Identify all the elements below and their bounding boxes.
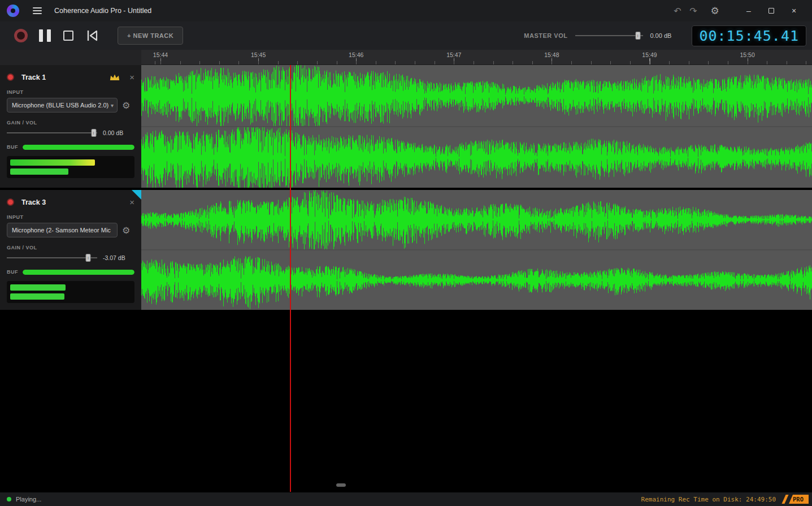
- track3-panel: Track 3 × INPUT Microphone (2- Samson Me…: [0, 190, 141, 310]
- minimize-button[interactable]: –: [737, 2, 760, 19]
- window-title: Coherence Audio Pro - Untitled: [54, 7, 151, 15]
- pause-icon: [39, 29, 51, 42]
- track1-gain-value: 0.00 dB: [103, 129, 123, 136]
- master-vol-label: MASTER VOL: [524, 32, 567, 39]
- statusbar: Playing... Remaining Rec Time on Disk: 2…: [0, 492, 812, 506]
- track1-waveform-area[interactable]: [141, 65, 812, 188]
- crown-icon: [109, 73, 120, 81]
- timeline-tick-label: 15:48: [544, 51, 559, 58]
- pause-button[interactable]: [33, 24, 57, 47]
- track1-level-meter: [7, 156, 134, 178]
- buf-label: BUF: [7, 144, 18, 150]
- track1-buffer-bar: [23, 145, 134, 150]
- app-logo-icon: [7, 5, 19, 17]
- remaining-rec-time: Remaining Rec Time on Disk: 24:49:50: [641, 496, 776, 503]
- pro-badge: PRO: [789, 495, 809, 504]
- timeline-tick-label: 15:44: [153, 51, 168, 58]
- track3-settings-gear-icon[interactable]: ⚙: [122, 225, 130, 236]
- input-label: INPUT: [7, 89, 134, 95]
- track3-gain-slider-thumb[interactable]: I: [86, 254, 91, 262]
- track1-meter-right: [10, 168, 68, 175]
- settings-gear-icon[interactable]: ⚙: [707, 5, 723, 17]
- timeline-tick-label: 15:46: [349, 51, 363, 58]
- master-vol-slider-thumb[interactable]: I: [635, 32, 640, 40]
- status-dot-icon: [7, 497, 11, 501]
- transport-toolbar: + NEW TRACK MASTER VOL I 0.00 dB 00:15:4…: [0, 21, 812, 50]
- buf-label: BUF: [7, 269, 18, 275]
- menu-hamburger-icon[interactable]: [31, 5, 44, 16]
- track3-gain-value: -3.07 dB: [103, 254, 125, 261]
- track1-waveform-right-channel[interactable]: [141, 126, 812, 188]
- undo-icon[interactable]: ↶: [670, 6, 685, 16]
- track3-meter-left: [10, 284, 66, 291]
- track3-buffer-bar: [23, 270, 134, 275]
- master-volume-group: MASTER VOL I 0.00 dB: [524, 32, 677, 40]
- stop-icon: [63, 31, 73, 41]
- maximize-button[interactable]: [760, 2, 783, 19]
- track3-name: Track 3: [21, 198, 120, 206]
- titlebar: Coherence Audio Pro - Untitled ↶ ↷ ⚙ – ×: [0, 0, 812, 21]
- track1-panel: Track 1 × INPUT Microphone (BLUE USB Aud…: [0, 65, 141, 188]
- record-button[interactable]: [9, 24, 33, 47]
- horizontal-scrollbar-thumb[interactable]: [336, 483, 346, 487]
- timeline-tick-label: 15:47: [446, 51, 461, 58]
- track1-gain-slider-thumb[interactable]: I: [91, 129, 96, 137]
- status-text: Playing...: [16, 496, 41, 503]
- track3-waveform-left-channel[interactable]: [141, 190, 812, 249]
- track3-input-device-value: Microphone (2- Samson Meteor Mic: [12, 227, 114, 233]
- redo-icon[interactable]: ↷: [685, 6, 701, 16]
- track3-gain-slider[interactable]: I: [7, 254, 97, 262]
- timeline-ruler[interactable]: 15:4415:4515:4615:4715:4815:4915:50: [141, 50, 812, 65]
- timeline-tick-label: 15:50: [740, 51, 754, 58]
- track1-record-enable-indicator[interactable]: [7, 73, 14, 81]
- track1-close-button[interactable]: ×: [129, 73, 134, 81]
- track1-name: Track 1: [21, 73, 109, 81]
- track3-input-device-select[interactable]: Microphone (2- Samson Meteor Mic: [7, 223, 118, 237]
- track1-input-device-select[interactable]: Microphone (BLUE USB Audio 2.0) ▾: [7, 98, 118, 113]
- track3-meter-right: [10, 293, 64, 300]
- time-display: 00:15:45.41: [692, 25, 806, 46]
- track-row-3: Track 3 × INPUT Microphone (2- Samson Me…: [0, 190, 812, 310]
- track3-waveform-right-channel[interactable]: [141, 249, 812, 310]
- track-row-1: Track 1 × INPUT Microphone (BLUE USB Aud…: [0, 65, 812, 188]
- master-vol-slider[interactable]: I: [575, 32, 643, 40]
- stop-button[interactable]: [57, 24, 80, 47]
- record-icon: [14, 29, 28, 42]
- timeline-tick-label: 15:45: [251, 51, 266, 58]
- track3-waveform-area[interactable]: [141, 190, 812, 310]
- close-button[interactable]: ×: [783, 2, 805, 19]
- timeline-row: 15:4415:4515:4615:4715:4815:4915:50: [0, 50, 812, 65]
- gain-label: GAIN / VOL: [7, 120, 134, 126]
- timeline-spacer: [0, 50, 141, 65]
- skip-to-start-button[interactable]: [80, 24, 104, 47]
- playhead[interactable]: [290, 65, 291, 492]
- track3-record-enable-indicator[interactable]: [7, 198, 14, 206]
- track1-meter-left: [10, 159, 95, 166]
- window-controls: – ×: [737, 2, 805, 19]
- app-window: Coherence Audio Pro - Untitled ↶ ↷ ⚙ – ×…: [0, 0, 812, 506]
- input-label: INPUT: [7, 214, 134, 220]
- main-content: 15:4415:4515:4615:4715:4815:4915:50 Trac…: [0, 50, 812, 492]
- track1-waveform-left-channel[interactable]: [141, 65, 812, 126]
- track1-input-device-value: Microphone (BLUE USB Audio 2.0): [12, 102, 110, 109]
- track1-settings-gear-icon[interactable]: ⚙: [122, 100, 130, 111]
- track3-level-meter: [7, 281, 134, 303]
- master-vol-value: 0.00 dB: [650, 32, 677, 39]
- track3-corner-marker-icon: [132, 190, 141, 200]
- new-track-button[interactable]: + NEW TRACK: [118, 27, 183, 45]
- pro-badge-slash-icon: [781, 495, 788, 504]
- chevron-down-icon: ▾: [111, 102, 114, 109]
- track1-gain-slider[interactable]: I: [7, 129, 97, 137]
- gain-label: GAIN / VOL: [7, 245, 134, 250]
- skip-to-start-icon: [85, 28, 99, 43]
- timeline-tick-label: 15:49: [642, 51, 657, 58]
